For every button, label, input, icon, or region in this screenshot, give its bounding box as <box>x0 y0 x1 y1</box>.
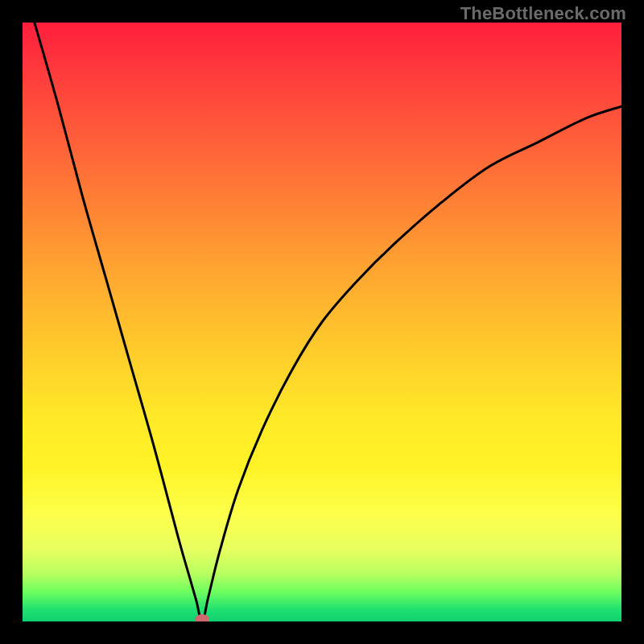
chart-container: TheBottleneck.com <box>0 0 644 644</box>
plot-area <box>23 23 621 621</box>
bottleneck-curve-svg <box>23 23 621 621</box>
watermark-text: TheBottleneck.com <box>460 3 626 24</box>
optimum-marker <box>195 614 209 621</box>
bottleneck-curve <box>35 23 621 621</box>
